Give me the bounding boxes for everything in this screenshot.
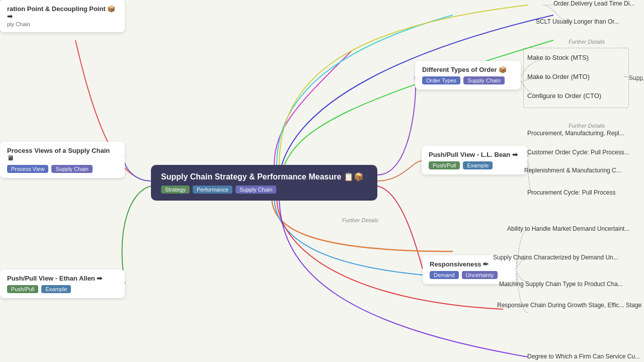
node-sclt: SCLT Usually Longer than Or... [536,18,619,25]
node-pushpull-ethan[interactable]: Push/Pull View - Ethan Allen ➡ Push/Pull… [0,269,125,298]
node-ability: Ability to Handle Market Demand Uncertai… [507,225,629,232]
node-replenishment: Replenishment & Manufacturing C... [524,167,621,174]
node-order-delivery: Order Delivery Lead Time Di... [553,0,634,7]
central-title: Supply Chain Strategy & Performance Meas… [161,172,367,182]
central-tags: Strategy Performance Supply Chain [161,186,367,194]
central-node[interactable]: Supply Chain Strategy & Performance Meas… [151,165,377,201]
tag-performance[interactable]: Performance [193,186,232,194]
node-matching: Matching Supply Chain Type to Product Ch… [499,281,623,288]
tag-strategy[interactable]: Strategy [161,186,190,194]
integration-title: ration Point & Decoupling Point 📦➡ [7,5,118,20]
responsiveness-title: Responsiveness ✏ [430,260,509,268]
integration-subtitle: ply Chain [7,21,118,27]
tag-pushpull-ethan[interactable]: Push/Pull [7,285,38,293]
tag-pushpull-ll[interactable]: Push/Pull [429,161,460,169]
node-process-views[interactable]: Process Views of a Supply Chain 🖥 Proces… [0,142,125,178]
node-cto: Configure to Order (CTO) [527,92,601,100]
node-pushpull-ll[interactable]: Push/Pull View - L.L. Bean ➡ Push/Pull E… [422,146,527,174]
tag-supplychain3[interactable]: Supply Chain [463,76,504,84]
tag-example-ll[interactable]: Example [463,161,493,169]
tag-processview[interactable]: Process View [7,165,48,173]
tag-example-ethan[interactable]: Example [41,285,71,293]
ll-title: Push/Pull View - L.L. Bean ➡ [429,151,520,158]
node-procurement-mfg: Procurement, Manufacturing, Repl... [527,130,624,137]
tag-supplychain[interactable]: Supply Chain [235,186,276,194]
ethan-title: Push/Pull View - Ethan Allen ➡ [7,275,118,282]
node-responsive-chain: Responsive Chain During Growth Stage, Ef… [497,302,641,309]
node-degree: Degree to Which a Firm Can Service Cu... [527,353,640,360]
tag-uncertainty[interactable]: Uncertainty [462,271,498,279]
node-mto: Make to Order (MTO) [527,73,590,80]
different-types-title: Different Types of Order 📦 [422,66,514,73]
node-integration[interactable]: ration Point & Decoupling Point 📦➡ ply C… [0,0,125,32]
node-different-types[interactable]: Different Types of Order 📦 Order Types S… [415,61,521,89]
tag-ordertypes[interactable]: Order Types [422,76,460,84]
further-details-1: Further Details [569,39,605,45]
node-mts: Make to Stock (MTS) [527,54,589,61]
node-supply-chains-demand: Supply Chains Characterized by Demand Un… [493,254,618,261]
further-details-3: Further Details [342,217,378,223]
tag-demand[interactable]: Demand [430,271,459,279]
node-supp-right: Supp... [629,74,644,81]
further-details-2: Further Details [569,123,605,129]
tag-supplychain2[interactable]: Supply Chain [51,165,92,173]
node-customer-order: Customer Order Cycle: Pull Process... [527,149,629,156]
process-title: Process Views of a Supply Chain 🖥 [7,147,118,162]
node-procurement-pull: Procurement Cycle: Pull Process [527,189,615,196]
